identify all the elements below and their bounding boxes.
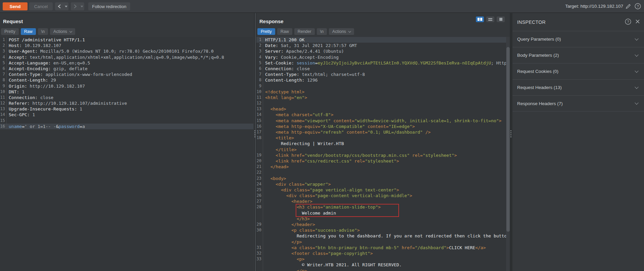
inspector-section-request-headers[interactable]: Request Headers (13) [512, 79, 644, 95]
editor-row: </p> [256, 268, 506, 271]
tab-label: Pretty [4, 29, 15, 34]
edit-target-pencil-icon[interactable] [626, 4, 631, 9]
inspector-divider[interactable] [510, 13, 512, 271]
code-text: DNT: 1 [7, 89, 253, 95]
tab-raw[interactable]: Raw [21, 28, 36, 35]
editor-row: 17 <meta http-equiv="refresh" content="0… [256, 129, 506, 135]
request-panel: Request PrettyRaw\nActions 1POST /admini… [0, 13, 254, 271]
code-text: <footer class="page-copyright"> [263, 251, 506, 256]
inspector-section-body-parameters[interactable]: Body Parameters (2) [512, 47, 644, 63]
cancel-button[interactable]: Cancel [29, 2, 53, 10]
code-text: Redirecting you to the dashboard. If you… [263, 233, 506, 239]
single-layout-icon[interactable] [497, 16, 505, 22]
line-number: 14 [0, 112, 7, 118]
request-editor[interactable]: 1POST /administrative HTTP/1.12Host: 10.… [0, 37, 253, 271]
inspector-help-icon[interactable]: ? [625, 18, 631, 25]
caret-down-icon [81, 6, 83, 7]
editor-row: 11Connection: close [0, 95, 253, 100]
help-icon[interactable]: ? [635, 3, 641, 9]
editor-row: 22 [256, 170, 506, 175]
editor-row: 26 <div class="page-content vertical-ali… [256, 193, 506, 198]
editor-row: 10DNT: 1 [0, 89, 253, 95]
editor-row: 7Content-Type: text/html; charset=utf-8 [256, 72, 506, 77]
line-number: 13 [256, 106, 263, 112]
code-text: <link href="css/redirect.css" rel="style… [263, 158, 506, 164]
code-text: <meta name="viewport" content="width=dev… [263, 118, 506, 124]
line-number: 28 [256, 204, 263, 210]
editor-row: 10<!doctype html> [256, 89, 506, 95]
tab-pretty[interactable]: Pretty [1, 28, 19, 35]
code-text: Accept-Language: en-US,en;q=0.5 [7, 60, 253, 66]
forward-dropdown-button[interactable] [80, 6, 84, 7]
line-number [256, 216, 263, 222]
line-number: 6 [256, 66, 263, 72]
scrollbar-thumb[interactable] [506, 47, 510, 232]
tab-actions[interactable]: Actions [50, 28, 75, 35]
tab-actions[interactable]: Actions [329, 28, 354, 35]
line-number: 8 [0, 77, 7, 83]
editor-row: 23 <body> [256, 176, 506, 181]
tab-pretty[interactable]: Pretty [257, 28, 275, 35]
tab-nl[interactable]: \n [317, 28, 327, 35]
code-text: Referer: http://10.129.182.107/administr… [7, 100, 253, 106]
tab-raw[interactable]: Raw [277, 28, 292, 35]
editor-row: 30 <p class="success-advise"> [256, 227, 506, 233]
editor-row: 8Content-Length: 29 [0, 77, 253, 83]
code-text: </title> [263, 147, 506, 152]
tab-label: Actions [53, 29, 67, 34]
rows-layout-icon[interactable] [486, 16, 494, 22]
caret-down-icon [65, 6, 67, 7]
line-number: 13 [0, 106, 7, 112]
editor-row: 28 <h3 class="animation-slide-top"> [256, 204, 506, 210]
tab-render[interactable]: Render [294, 28, 315, 35]
response-editor[interactable]: 1HTTP/1.1 200 OK2Date: Sat, 31 Jul 2021 … [256, 37, 506, 271]
tab-label: Raw [24, 29, 33, 34]
line-number: 9 [0, 83, 7, 89]
inspector-divider-grip[interactable] [510, 130, 512, 137]
code-text: </p> [263, 239, 506, 245]
inspector-section-query-parameters[interactable]: Query Parameters (0) [512, 31, 644, 47]
line-number: 4 [0, 54, 7, 60]
chevron-down-icon [69, 30, 72, 32]
editor-row: 3Server: Apache/2.4.41 (Ubuntu) [256, 48, 506, 54]
inspector-section-response-headers[interactable]: Response Headers (7) [512, 95, 644, 111]
editor-row: 29 </header> [256, 222, 506, 227]
history-back-button[interactable] [55, 2, 68, 10]
line-number: 1 [256, 37, 263, 43]
inspector-section-request-cookies[interactable]: Request Cookies (0) [512, 63, 644, 79]
code-text: uname=' or 1=1-- -&password=a [7, 124, 253, 129]
code-text: Server: Apache/2.4.41 (Ubuntu) [263, 48, 506, 54]
code-text: <body> [263, 176, 506, 181]
line-number: 25 [256, 187, 263, 193]
line-number: 17 [256, 129, 263, 135]
code-text: <h3 class="animation-slide-top"> [263, 204, 506, 210]
inspector-close-icon[interactable] [635, 19, 640, 24]
line-number: 32 [256, 251, 263, 256]
line-number: 27 [256, 198, 263, 204]
line-number: 22 [256, 170, 263, 175]
response-panel-title: Response [259, 18, 284, 24]
editor-row: 13 <head> [256, 106, 506, 112]
send-button[interactable]: Send [3, 2, 28, 10]
tab-nl[interactable]: \n [38, 28, 48, 35]
editor-row: 5Accept-Language: en-US,en;q=0.5 [0, 60, 253, 66]
back-arrow-icon[interactable] [55, 4, 64, 8]
line-number: 5 [0, 60, 7, 66]
editor-row: 18 <title> [256, 135, 506, 141]
tab-label: Raw [281, 29, 289, 34]
code-text: </p> [263, 268, 506, 271]
code-text: <link href="vendor/bootstrap/css/bootstr… [263, 152, 506, 158]
panel-divider-grip[interactable] [254, 130, 256, 137]
line-number: 12 [256, 100, 263, 106]
back-dropdown-button[interactable] [64, 6, 68, 7]
line-number: 3 [0, 48, 7, 54]
history-forward-button[interactable] [71, 2, 84, 10]
editor-row: 6Connection: close [256, 66, 506, 72]
request-panel-title: Request [3, 18, 23, 24]
follow-redirection-button[interactable]: Follow redirection [88, 2, 130, 10]
forward-arrow-icon[interactable] [71, 4, 80, 8]
columns-layout-icon[interactable] [476, 16, 484, 22]
panel-divider[interactable] [255, 13, 256, 271]
inspector-header: INSPECTOR ? [512, 13, 644, 31]
editor-row: </p> [256, 239, 506, 245]
